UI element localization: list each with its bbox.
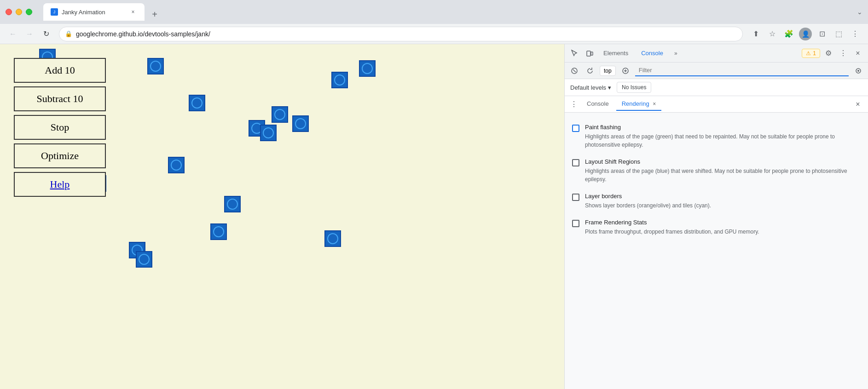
animated-square (210, 223, 227, 240)
devtools-panel: Elements Console » ⚠ 1 ⚙ ⋮ × (564, 44, 868, 389)
cast-button[interactable]: ⊡ (815, 27, 829, 41)
devtools-secondary-row: top (565, 63, 868, 79)
frame-rendering-stats-desc: Plots frame throughput, dropped frames d… (585, 228, 861, 236)
clear-console-button[interactable] (568, 65, 580, 77)
elements-tab[interactable]: Elements (598, 47, 634, 59)
animated-square (168, 157, 185, 173)
title-bar: J Janky Animation × + ⌄ (0, 0, 868, 24)
menu-button[interactable]: ⋮ (848, 27, 862, 41)
bookmark-button[interactable]: ☆ (765, 27, 780, 41)
optimize-button[interactable]: Optimize (14, 143, 106, 168)
refresh-button[interactable]: ↻ (39, 27, 53, 41)
create-live-expression-button[interactable] (619, 65, 631, 77)
active-tab[interactable]: J Janky Animation × (43, 3, 145, 21)
paint-flashing-option: Paint flashing Highlights areas of the p… (565, 120, 868, 153)
default-levels-dropdown[interactable]: Default levels ▾ (570, 84, 611, 91)
panel-close-button[interactable]: × (851, 98, 864, 111)
device-toolbar-button[interactable] (583, 47, 596, 60)
rendering-panel-tab[interactable]: Rendering × (616, 97, 662, 111)
console-panel-tab[interactable]: Console (581, 97, 614, 111)
warning-icon: ⚠ (806, 50, 811, 57)
devtools-settings-button[interactable]: ⚙ (822, 47, 835, 60)
help-button[interactable]: Help (14, 172, 106, 197)
toolbar-actions: ⬆ ☆ 🧩 👤 ⊡ ⬚ ⋮ (748, 27, 862, 41)
no-issues-button[interactable]: No Issues (617, 82, 651, 93)
animated-square (147, 58, 164, 74)
animated-square (359, 60, 376, 77)
filter-settings-icon (852, 65, 864, 77)
share-button[interactable]: ⬆ (748, 27, 763, 41)
warning-badge[interactable]: ⚠ 1 (802, 49, 820, 58)
animated-square (224, 196, 241, 212)
layout-shift-option: Layout Shift Regions Highlights areas of… (565, 154, 868, 187)
tabs-bar: J Janky Animation × + (43, 3, 853, 21)
browser-window: J Janky Animation × + ⌄ ← → ↻ 🔒 googlech… (0, 0, 868, 389)
tab-close-button[interactable]: × (129, 8, 137, 16)
animated-square (189, 95, 205, 111)
animated-square (331, 72, 348, 88)
stop-button[interactable]: Stop (14, 115, 106, 140)
layer-borders-checkbox[interactable] (572, 194, 579, 201)
profile-icon[interactable]: 👤 (798, 27, 813, 41)
layer-borders-title: Layer borders (585, 193, 861, 200)
animated-square (272, 106, 288, 123)
console-tab[interactable]: Console (636, 47, 669, 59)
paint-flashing-desc: Highlights areas of the page (green) tha… (585, 132, 861, 149)
paint-flashing-checkbox[interactable] (572, 125, 579, 132)
forward-button[interactable]: → (22, 27, 37, 41)
animated-square (292, 115, 309, 132)
svg-rect-0 (587, 51, 590, 56)
minimize-traffic-light[interactable] (16, 9, 22, 15)
devtools-more-button[interactable]: ⋮ (837, 47, 850, 60)
add-10-button[interactable]: Add 10 (14, 58, 106, 83)
devtools-close-button[interactable]: × (851, 47, 864, 60)
layout-shift-title: Layout Shift Regions (585, 158, 861, 165)
svg-point-8 (857, 70, 859, 72)
console-filter-input[interactable] (635, 65, 849, 76)
paint-flashing-title: Paint flashing (585, 124, 861, 131)
new-tab-button[interactable]: + (148, 8, 161, 21)
more-tabs-button[interactable]: » (671, 48, 681, 58)
address-bar[interactable]: 🔒 googlechrome.github.io/devtools-sample… (59, 27, 743, 41)
subtract-10-button[interactable]: Subtract 10 (14, 86, 106, 111)
page-content: Add 10 Subtract 10 Stop Optimize Help (0, 44, 564, 389)
devtools-icons (568, 47, 596, 60)
devtools-levels-row: Default levels ▾ No Issues (565, 79, 868, 96)
profile-avatar: 👤 (799, 28, 812, 40)
rendering-content: Paint flashing Highlights areas of the p… (565, 113, 868, 389)
animated-square (136, 251, 152, 268)
main-area: Add 10 Subtract 10 Stop Optimize Help (0, 44, 868, 389)
url-display: googlechrome.github.io/devtools-samples/… (76, 30, 737, 38)
back-button[interactable]: ← (6, 27, 20, 41)
warning-count: 1 (813, 50, 816, 57)
svg-rect-1 (591, 52, 593, 55)
extensions-button[interactable]: 🧩 (781, 27, 796, 41)
maximize-traffic-light[interactable] (26, 9, 32, 15)
panel-tabs-row: ⋮ Console Rendering × × (565, 96, 868, 113)
window-dropdown[interactable]: ⌄ (857, 8, 862, 16)
svg-line-3 (573, 69, 576, 72)
devtools-main-tabs: Elements Console » ⚠ 1 ⚙ ⋮ × (565, 44, 868, 63)
browser-toolbar: ← → ↻ 🔒 googlechrome.github.io/devtools-… (0, 24, 868, 44)
avatar-icon: 👤 (802, 30, 810, 38)
refresh-console-button[interactable] (584, 65, 596, 77)
layout-shift-desc: Highlights areas of the page (blue) that… (585, 167, 861, 183)
frame-rendering-stats-option: Frame Rendering Stats Plots frame throug… (565, 215, 868, 240)
layout-shift-checkbox[interactable] (572, 159, 579, 166)
lock-icon: 🔒 (65, 30, 72, 37)
traffic-lights (6, 9, 32, 15)
frame-rendering-stats-title: Frame Rendering Stats (585, 219, 861, 226)
rendering-tab-close[interactable]: × (653, 101, 656, 107)
close-traffic-light[interactable] (6, 9, 12, 15)
inspect-element-button[interactable] (568, 47, 581, 60)
page-buttons: Add 10 Subtract 10 Stop Optimize Help (14, 58, 106, 200)
sidebar-toggle[interactable]: ⬚ (831, 27, 846, 41)
tab-favicon: J (51, 8, 58, 16)
panel-options-button[interactable]: ⋮ (568, 99, 579, 110)
animated-square (324, 230, 341, 247)
levels-dropdown-arrow: ▾ (608, 84, 611, 91)
frame-rendering-stats-checkbox[interactable] (572, 220, 579, 227)
animated-square (260, 125, 277, 141)
context-dropdown[interactable]: top (600, 66, 616, 76)
layer-borders-option: Layer borders Shows layer borders (orang… (565, 189, 868, 213)
